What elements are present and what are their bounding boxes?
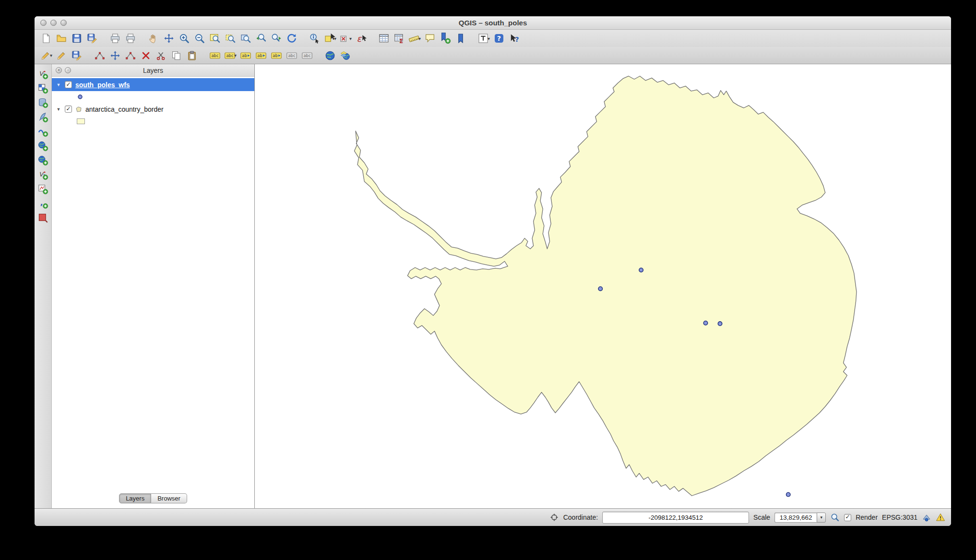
add-spatialite-layer[interactable] (36, 110, 50, 124)
measure-line[interactable]: ▾ (407, 31, 422, 46)
select-by-expression[interactable] (353, 31, 369, 46)
select-features[interactable]: ▾ (322, 31, 338, 46)
scale-dropdown-button[interactable]: ▾ (817, 513, 826, 523)
scale-label: Scale (753, 513, 770, 521)
layer-item-south-poles-wfs[interactable]: ▼ south_poles_wfs (52, 78, 254, 91)
refresh-map-icon (286, 33, 298, 44)
save-project-as[interactable] (84, 31, 100, 46)
measure-line-dropdown-arrow[interactable]: ▾ (418, 36, 421, 41)
identify-features[interactable] (307, 31, 322, 46)
toggle-editing[interactable] (54, 48, 69, 63)
node-tool[interactable] (123, 48, 138, 63)
panel-close-button[interactable]: × (56, 67, 62, 73)
label-options-dropdown-arrow[interactable]: ▾ (234, 53, 237, 58)
zoom-full-extent[interactable] (207, 31, 223, 46)
scale-value[interactable]: 13,829,662 (774, 513, 817, 523)
zoom-out[interactable] (192, 31, 207, 46)
map-canvas[interactable] (255, 64, 951, 508)
open-project[interactable] (54, 31, 69, 46)
add-vector-layer[interactable] (36, 67, 50, 81)
save-project[interactable] (69, 31, 84, 46)
polygon-layer-icon (75, 106, 82, 113)
layer-item-antarctica-country-border[interactable]: ▼ antarctica_country_border (52, 103, 254, 116)
add-postgis-layer[interactable] (36, 95, 50, 110)
add-vector-layer-icon (37, 69, 48, 80)
pin-label[interactable] (284, 48, 299, 63)
add-wcs-layer[interactable] (36, 153, 50, 167)
zoom-to-selection-icon (225, 33, 236, 44)
deselect-features-dropdown-arrow[interactable]: ▾ (349, 36, 352, 41)
tab-browser[interactable]: Browser (151, 493, 187, 503)
render-checkbox[interactable] (844, 514, 851, 521)
zoom-in[interactable] (177, 31, 192, 46)
add-mssql-layer[interactable] (36, 124, 50, 139)
current-edits-dropdown-arrow[interactable]: ▾ (50, 53, 52, 58)
add-feature[interactable] (92, 48, 107, 63)
label-options[interactable]: ▾ (223, 48, 238, 63)
move-label[interactable] (253, 48, 269, 63)
minimize-button[interactable] (50, 20, 57, 26)
add-wfs-layer[interactable] (36, 167, 50, 182)
text-annotation-dropdown-arrow[interactable]: ▾ (488, 36, 490, 41)
new-bookmark[interactable] (438, 31, 453, 46)
layer-visibility-checkbox[interactable] (65, 81, 72, 88)
tab-layers[interactable]: Layers (119, 493, 151, 503)
pan-to-selection[interactable] (161, 31, 177, 46)
copy-features[interactable] (169, 48, 184, 63)
zoom-to-layer[interactable] (238, 31, 253, 46)
messages-warning-icon[interactable] (936, 513, 945, 522)
style-manager[interactable] (36, 210, 50, 225)
delete-selected[interactable] (138, 48, 154, 63)
map-canvas-svg (255, 64, 951, 508)
title-bar[interactable]: QGIS – south_poles (35, 16, 951, 30)
scale-combo[interactable]: 13,829,662 ▾ (774, 513, 826, 523)
new-project[interactable] (38, 31, 54, 46)
save-layer-edits[interactable] (69, 48, 84, 63)
open-attribute-table[interactable] (376, 31, 392, 46)
map-tips-icon (424, 33, 436, 44)
composer-manager[interactable] (123, 31, 138, 46)
zoom-to-selection[interactable] (223, 31, 238, 46)
expander-icon[interactable]: ▼ (56, 82, 61, 87)
select-features-dropdown-arrow[interactable]: ▾ (334, 36, 336, 41)
add-wms-layer[interactable] (36, 139, 50, 153)
zoom-button[interactable] (60, 20, 67, 26)
scale-magnifier-icon[interactable] (830, 513, 840, 522)
move-feature[interactable] (107, 48, 123, 63)
crs-status-icon[interactable] (922, 513, 931, 522)
map-tips[interactable] (422, 31, 438, 46)
web-plugin[interactable] (322, 48, 338, 63)
rotate-label[interactable] (269, 48, 284, 63)
new-shapefile-layer[interactable] (36, 182, 50, 196)
refresh-map[interactable] (284, 31, 299, 46)
zoom-next[interactable] (269, 31, 284, 46)
layers-panel-title: Layers (143, 67, 163, 74)
text-annotation[interactable]: ▾ (476, 31, 491, 46)
coordinate-capture-icon[interactable] (549, 513, 559, 522)
new-project-icon (40, 33, 52, 44)
cut-features[interactable] (154, 48, 169, 63)
close-button[interactable] (40, 20, 47, 26)
layer-labeling[interactable] (207, 48, 223, 63)
zoom-last[interactable] (253, 31, 269, 46)
deselect-features[interactable]: ▾ (338, 31, 353, 46)
coordinate-label: Coordinate: (563, 513, 598, 521)
current-edits[interactable]: ▾ (38, 48, 54, 63)
add-raster-layer[interactable] (36, 81, 50, 95)
layer-visibility-checkbox[interactable] (65, 105, 72, 113)
expander-icon[interactable]: ▼ (56, 107, 61, 112)
layers-panel: × ◦ Layers ▼ south_poles_wfs (52, 64, 255, 508)
coordinate-input[interactable] (602, 512, 749, 524)
whats-this[interactable] (507, 31, 522, 46)
pan-map[interactable] (146, 31, 161, 46)
show-bookmarks[interactable] (453, 31, 468, 46)
change-label[interactable] (238, 48, 253, 63)
panel-float-button[interactable]: ◦ (65, 67, 71, 73)
show-hide-labels[interactable] (299, 48, 315, 63)
add-delimited-text-layer[interactable] (36, 196, 50, 210)
field-calculator[interactable] (392, 31, 407, 46)
paste-features[interactable] (184, 48, 200, 63)
help-contents[interactable] (491, 31, 507, 46)
set-project-crs[interactable] (338, 48, 353, 63)
new-print-composer[interactable] (107, 31, 123, 46)
